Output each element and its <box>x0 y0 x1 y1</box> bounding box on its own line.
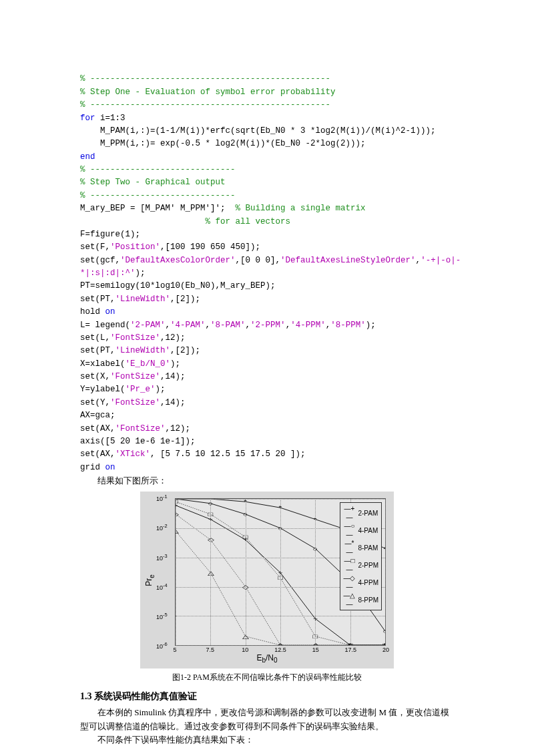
code-text: set(PT, <box>80 346 115 355</box>
code-string: 'DefaultAxesLineStyleOrder' <box>280 256 416 265</box>
code-text: set(F, <box>80 242 110 252</box>
code-comment: % --------------------------------------… <box>80 74 330 83</box>
code-text: M_ary_BEP = [M_PAM' M_PPM']'; <box>80 204 236 213</box>
code-keyword: on <box>105 463 115 472</box>
code-text: ,14); <box>160 372 186 381</box>
legend-item: —+—2-PAM <box>343 504 378 522</box>
code-text: hold <box>80 307 105 317</box>
code-string: *|:s|:d|:^' <box>80 268 136 278</box>
code-comment: % --------------------------------------… <box>80 100 330 110</box>
code-string: 'LineWidth' <box>115 295 171 304</box>
code-text: Y=ylabel( <box>80 385 125 394</box>
code-text: set(L, <box>80 333 110 343</box>
code-text: ,12); <box>166 424 191 433</box>
code-text: X=xlabel( <box>80 359 125 369</box>
code-string: 'LineWidth' <box>115 346 171 355</box>
code-text: axis([5 20 1e-6 1e-1]); <box>80 437 196 446</box>
code-text: set(AX, <box>80 424 115 433</box>
chart-caption: 图1-2 PAM系统在不同信噪比条件下的误码率性能比较 <box>80 671 454 684</box>
code-string: 'FontSize' <box>110 398 160 407</box>
code-text: set(Y, <box>80 398 110 407</box>
code-string: '4-PAM' <box>170 321 206 330</box>
code-string: '-+|-o|- <box>421 256 461 265</box>
code-text: F=figure(1); <box>80 230 140 239</box>
code-text: ,12); <box>160 333 186 343</box>
code-string: '4-PPM' <box>290 321 326 330</box>
code-text: ,[2]); <box>170 295 200 304</box>
legend-item: —*—8-PAM <box>343 539 378 556</box>
code-string: 'XTick' <box>115 449 151 459</box>
code-comment: % Step Two - Graphical output <box>80 178 226 187</box>
result-intro-text: 结果如下图所示： <box>80 474 454 488</box>
code-text: , <box>416 256 421 265</box>
code-keyword: on <box>105 307 115 317</box>
code-string: 'FontSize' <box>115 424 166 433</box>
code-string: 'DefaultAxesColorOrder' <box>120 256 236 265</box>
code-text: set(gcf, <box>80 256 120 265</box>
code-text: ); <box>156 385 166 394</box>
code-text: ,[0 0 0], <box>236 256 281 265</box>
code-string: 'E_b/N_0' <box>125 359 171 369</box>
code-string: '2-PPM' <box>250 321 286 330</box>
code-text: set(PT, <box>80 295 115 304</box>
code-string: 'Position' <box>110 242 160 252</box>
code-text: grid <box>80 463 105 472</box>
section-title-1-3: 1.3 系统误码性能仿真值验证 <box>80 689 454 704</box>
code-text: M_PPM(i,:)= exp(-0.5 * log2(M(i))*(Eb_N0… <box>80 139 366 148</box>
code-keyword: for <box>80 114 95 123</box>
code-string: 'Pr_e' <box>125 385 156 394</box>
code-text: , [5 7.5 10 12.5 15 17.5 20 ]); <box>150 449 306 459</box>
code-string: '8-PPM' <box>330 321 366 330</box>
legend-item: —○—4-PAM <box>343 522 378 539</box>
ber-chart: +++++++○○○○○○○*******□□□□□□□◇◇◇◇◇◇◇△△△△△… <box>140 492 394 669</box>
code-text: M_PAM(i,:)=(1-1/M(i))*erfc(sqrt(Eb_N0 * … <box>80 126 436 136</box>
code-string: '2-PAM' <box>130 321 166 330</box>
code-text: ,[2]); <box>170 346 200 355</box>
paragraph: 在本例的 Simulink 仿真程序中，更改信号源和调制器的参数可以改变进制 M… <box>80 706 454 733</box>
code-string: 'FontSize' <box>110 372 160 381</box>
matlab-code-block: % --------------------------------------… <box>80 60 454 474</box>
legend-item: —◇—4-PPM <box>343 574 378 591</box>
code-text: ,[100 190 650 450]); <box>160 242 260 252</box>
code-comment: % for all vectors <box>80 217 290 226</box>
code-comment: % Building a single matrix <box>236 204 366 213</box>
code-text: ); <box>136 268 146 278</box>
code-text: set(AX, <box>80 449 115 459</box>
code-text: PT=semilogy(10*log10(Eb_N0),M_ary_BEP); <box>80 281 276 291</box>
code-comment: % ----------------------------- <box>80 191 236 200</box>
paragraph: 不同条件下误码率性能仿真结果如下表： <box>80 733 454 747</box>
code-text: ,14); <box>160 398 186 407</box>
code-text: set(X, <box>80 372 110 381</box>
code-text: i=1:3 <box>95 114 125 123</box>
chart-ylabel: Pre <box>143 574 157 586</box>
code-text: AX=gca; <box>80 411 115 420</box>
code-string: 'FontSize' <box>110 333 160 343</box>
chart-legend: —+—2-PAM—○—4-PAM—*—8-PAM—□—2-PPM—◇—4-PPM… <box>340 502 382 610</box>
code-comment: % ----------------------------- <box>80 165 236 174</box>
legend-item: —△—8-PPM <box>343 591 378 608</box>
legend-item: —□—2-PPM <box>343 556 378 574</box>
code-keyword: end <box>80 152 95 162</box>
code-text: L= legend( <box>80 321 130 330</box>
code-text: ); <box>170 359 180 369</box>
code-comment: % Step One - Evaluation of symbol error … <box>80 87 336 97</box>
code-string: '8-PAM' <box>210 321 246 330</box>
